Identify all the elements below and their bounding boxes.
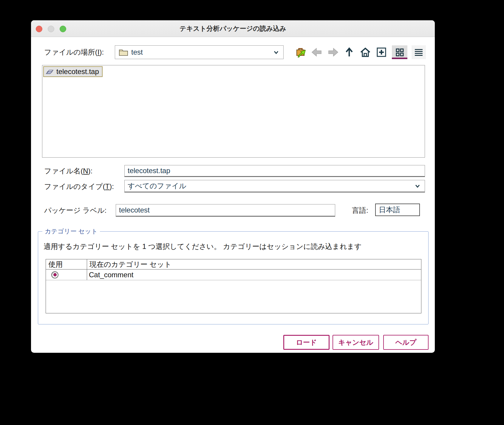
help-button[interactable]: ヘルプ	[383, 335, 429, 350]
home-icon[interactable]	[359, 46, 371, 58]
package-file-icon	[45, 68, 54, 76]
file-type-label: ファイルのタイプ(T):	[44, 180, 114, 193]
language-label: 言語:	[352, 204, 368, 217]
folder-icon	[119, 48, 128, 56]
category-set-instruction: 適用するカテゴリー セットを 1 つ選択してください。 カテゴリーはセッションに…	[44, 242, 362, 251]
file-name-label: ファイル名(N):	[44, 165, 92, 177]
use-radio-selected[interactable]	[51, 271, 58, 278]
file-list[interactable]: telecotest.tap	[42, 65, 425, 158]
file-item-label: telecotest.tap	[56, 67, 99, 76]
close-button[interactable]	[36, 26, 42, 32]
language-field[interactable]: 日本語	[375, 204, 420, 216]
file-location-value: test	[131, 48, 143, 56]
titlebar: テキスト分析パッケージの読み込み	[31, 20, 435, 37]
load-button[interactable]: ロード	[283, 335, 330, 350]
column-header-category-set: 現在のカテゴリー セット	[87, 259, 421, 269]
package-label-input[interactable]: telecotest	[116, 204, 335, 217]
chevron-down-icon	[273, 50, 279, 55]
category-set-table: 使用 現在のカテゴリー セット Cat_comment	[46, 259, 421, 313]
file-location-label: ファイルの場所(I):	[44, 45, 104, 59]
use-cell	[46, 270, 87, 280]
grid-view-icon[interactable]	[392, 45, 407, 59]
column-header-use: 使用	[46, 259, 87, 269]
minimize-button[interactable]	[48, 26, 54, 32]
filechooser-toolbar	[295, 45, 426, 59]
forward-arrow-icon[interactable]	[327, 46, 339, 58]
up-arrow-icon[interactable]	[343, 46, 355, 58]
file-location-combobox[interactable]: test	[115, 45, 284, 59]
chevron-down-icon	[415, 184, 420, 188]
new-folder-icon[interactable]	[375, 46, 387, 58]
back-arrow-icon[interactable]	[311, 46, 323, 58]
load-package-dialog: テキスト分析パッケージの読み込み ファイルの場所(I): test	[31, 20, 435, 353]
list-item[interactable]: telecotest.tap	[43, 66, 103, 77]
table-header-row: 使用 現在のカテゴリー セット	[46, 259, 421, 270]
category-set-group: カテゴリー セット 適用するカテゴリー セットを 1 つ選択してください。 カテ…	[38, 231, 429, 324]
zoom-button[interactable]	[60, 26, 66, 32]
window-controls	[36, 26, 66, 32]
file-type-combobox[interactable]: すべてのファイル	[124, 180, 425, 193]
cancel-button[interactable]: キャンセル	[333, 335, 379, 350]
package-label-label: パッケージ ラベル:	[44, 204, 106, 217]
category-set-name-cell: Cat_comment	[87, 270, 421, 280]
list-view-icon[interactable]	[412, 45, 426, 59]
file-name-input[interactable]: telecotest.tap	[124, 165, 425, 177]
briefcase-arrow-icon[interactable]	[295, 46, 307, 58]
window-title: テキスト分析パッケージの読み込み	[31, 20, 435, 37]
category-set-group-label: カテゴリー セット	[42, 227, 100, 235]
table-row[interactable]: Cat_comment	[46, 270, 421, 280]
